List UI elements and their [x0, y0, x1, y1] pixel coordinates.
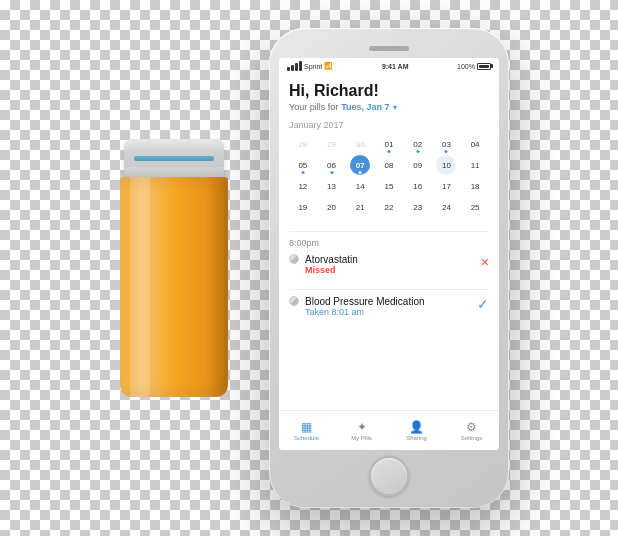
nav-label-schedule: Schedule [294, 435, 319, 441]
signal-dot-4 [299, 61, 302, 71]
nav-item-mypills[interactable]: ✦ My Pills [334, 411, 389, 450]
cal-day-11[interactable]: 11 [465, 155, 485, 175]
med-action-check-icon: ✓ [477, 296, 489, 312]
med-name-1: Atorvastatin [305, 254, 475, 265]
phone-screen: Sprint 📶 9:41 AM 100% Hi, Richard! [279, 58, 499, 450]
med-status-1: Missed [305, 265, 475, 275]
phone: Sprint 📶 9:41 AM 100% Hi, Richard! [269, 28, 509, 508]
nav-label-settings: Settings [461, 435, 483, 441]
pill-icon-1 [289, 254, 299, 264]
cal-day-28[interactable]: 28 [293, 134, 313, 154]
cal-day-16[interactable]: 16 [408, 176, 428, 196]
status-right: 100% [457, 63, 491, 70]
cal-day-15[interactable]: 15 [379, 176, 399, 196]
cal-day-21[interactable]: 21 [350, 197, 370, 217]
signal-dot-3 [295, 63, 298, 71]
med-status-2: Taken 8:01 am [305, 307, 471, 317]
battery-label: 100% [457, 63, 475, 70]
battery-fill [479, 65, 489, 68]
cal-day-13[interactable]: 13 [322, 176, 342, 196]
date-prefix: Your pills for [289, 102, 338, 112]
calendar-month: January 2017 [289, 120, 489, 130]
cal-day-23[interactable]: 23 [408, 197, 428, 217]
pill-bottle [109, 139, 239, 397]
bottle-body [120, 177, 228, 397]
status-bar: Sprint 📶 9:41 AM 100% [279, 58, 499, 74]
scene: Sprint 📶 9:41 AM 100% Hi, Richard! [109, 28, 509, 508]
signal-dot-2 [291, 65, 294, 71]
cal-day-01[interactable]: 01 [379, 134, 399, 154]
sharing-icon: 👤 [409, 420, 424, 434]
schedule-icon: ▦ [301, 420, 312, 434]
cal-day-05[interactable]: 05 [293, 155, 313, 175]
med-info-1: Atorvastatin Missed [305, 254, 475, 275]
time-slot-label: 8:00pm [289, 238, 489, 248]
pill-icon-2 [289, 296, 299, 306]
signal-dots [287, 61, 302, 71]
date-line: Your pills for Tues, Jan 7 ▾ [289, 102, 489, 112]
med-name-2: Blood Pressure Medication [305, 296, 471, 307]
settings-icon: ⚙ [466, 420, 477, 434]
mypills-icon: ✦ [357, 420, 367, 434]
nav-item-schedule[interactable]: ▦ Schedule [279, 411, 334, 450]
divider-2 [289, 289, 489, 290]
phone-frame: Sprint 📶 9:41 AM 100% Hi, Richard! [269, 28, 509, 508]
status-time: 9:41 AM [382, 63, 409, 70]
med-action-dismiss-button[interactable]: × [481, 254, 489, 270]
calendar: January 2017 28 29 30 01 02 03 04 05 [289, 120, 489, 217]
status-left: Sprint 📶 [287, 61, 333, 71]
bottom-nav: ▦ Schedule ✦ My Pills 👤 Sharing ⚙ Settin… [279, 410, 499, 450]
cal-day-30[interactable]: 30 [350, 134, 370, 154]
cal-day-14[interactable]: 14 [350, 176, 370, 196]
cal-day-10[interactable]: 10 [436, 155, 456, 175]
cal-day-12[interactable]: 12 [293, 176, 313, 196]
speaker-hole [369, 46, 409, 51]
carrier-label: Sprint [304, 63, 322, 70]
battery-icon [477, 63, 491, 70]
cal-day-29[interactable]: 29 [322, 134, 342, 154]
cal-day-22[interactable]: 22 [379, 197, 399, 217]
medication-item-bloodpressure: Blood Pressure Medication Taken 8:01 am … [289, 296, 489, 317]
phone-top-bar [277, 40, 501, 56]
chevron-down-icon[interactable]: ▾ [393, 103, 397, 112]
cal-day-08[interactable]: 08 [379, 155, 399, 175]
date-value[interactable]: Tues, Jan 7 [341, 102, 389, 112]
cal-day-02[interactable]: 02 [408, 134, 428, 154]
nav-label-sharing: Sharing [406, 435, 427, 441]
cap-stripe [134, 156, 214, 161]
cal-day-20[interactable]: 20 [322, 197, 342, 217]
med-info-2: Blood Pressure Medication Taken 8:01 am [305, 296, 471, 317]
divider-1 [289, 231, 489, 232]
cal-day-06[interactable]: 06 [322, 155, 342, 175]
cal-day-17[interactable]: 17 [436, 176, 456, 196]
cal-day-18[interactable]: 18 [465, 176, 485, 196]
cal-day-25[interactable]: 25 [465, 197, 485, 217]
cal-day-07[interactable]: 07 [350, 155, 370, 175]
greeting-text: Hi, Richard! [289, 82, 489, 100]
cal-day-24[interactable]: 24 [436, 197, 456, 217]
bottle-cap [124, 139, 224, 177]
signal-dot-1 [287, 67, 290, 71]
cal-day-19[interactable]: 19 [293, 197, 313, 217]
home-button[interactable] [369, 456, 409, 496]
cal-day-09[interactable]: 09 [408, 155, 428, 175]
medication-item-atorvastatin: Atorvastatin Missed × [289, 254, 489, 275]
nav-item-settings[interactable]: ⚙ Settings [444, 411, 499, 450]
calendar-grid: 28 29 30 01 02 03 04 05 06 07 08 [289, 134, 489, 217]
cal-day-04[interactable]: 04 [465, 134, 485, 154]
cal-day-03[interactable]: 03 [436, 134, 456, 154]
nav-item-sharing[interactable]: 👤 Sharing [389, 411, 444, 450]
nav-label-mypills: My Pills [351, 435, 372, 441]
app-content: Hi, Richard! Your pills for Tues, Jan 7 … [279, 74, 499, 410]
wifi-icon: 📶 [324, 62, 333, 70]
